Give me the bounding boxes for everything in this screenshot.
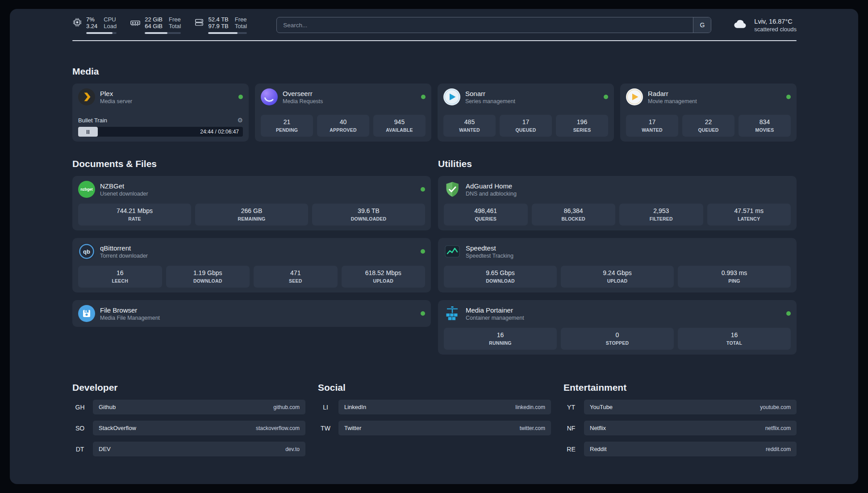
stat-upload: 618.52 Mbps UPLOAD xyxy=(342,266,426,288)
stat-series: 196 SERIES xyxy=(556,115,608,137)
app-subtitle: Series management xyxy=(465,98,515,105)
top-bar: 7% 3.24 CPU Load xyxy=(72,16,797,34)
bookmark-url: youtube.com xyxy=(760,404,791,410)
cpu-icon xyxy=(72,17,82,34)
status-dot xyxy=(238,95,243,99)
app-name: AdGuard Home xyxy=(466,182,517,190)
bookmark-abbr: DT xyxy=(72,446,88,453)
stat-running: 16 RUNNING xyxy=(444,328,557,350)
bookmark-youtube[interactable]: YT YouTube youtube.com xyxy=(563,400,797,414)
app-name: Media Portainer xyxy=(466,306,524,314)
section-title-utilities: Utilities xyxy=(438,159,797,169)
bookmark-twitter[interactable]: TW Twitter twitter.com xyxy=(318,421,551,435)
weather-condition: scattered clouds xyxy=(754,25,797,33)
stat-seed: 471 SEED xyxy=(254,266,338,288)
bookmark-dev[interactable]: DT DEV dev.to xyxy=(72,442,305,456)
bookmark-name: DEV xyxy=(99,446,111,452)
utilities-column: Utilities AdGuard Home DNS and adblockin… xyxy=(438,159,797,355)
disk-metric: 52.4 TB 97.9 TB Free Total xyxy=(194,16,247,34)
card-sonarr[interactable]: Sonarr Series management 485 WANTED 17 Q… xyxy=(438,84,614,142)
app-name: Sonarr xyxy=(465,89,515,98)
bookmark-linkedin[interactable]: LI LinkedIn linkedin.com xyxy=(318,400,551,414)
player-progress-bar[interactable]: 24:44 / 02:06:47 xyxy=(78,127,243,137)
app-name: Speedtest xyxy=(466,244,513,252)
stat-downloaded: 39.6 TB DOWNLOADED xyxy=(312,204,425,226)
bookmark-abbr: SO xyxy=(72,425,88,432)
card-adguard[interactable]: AdGuard Home DNS and adblocking 498,461 … xyxy=(438,176,797,230)
app-subtitle: Usenet downloader xyxy=(100,190,148,197)
status-dot xyxy=(421,187,425,192)
cpu-label-2: Load xyxy=(104,23,117,29)
bookmark-group-social: Social LI LinkedIn linkedin.com TW Twitt… xyxy=(318,382,551,456)
cpu-percent: 7% xyxy=(86,16,97,23)
search-engine-button[interactable]: G xyxy=(693,17,711,33)
bookmark-url: dev.to xyxy=(285,446,300,452)
bookmark-group-developer: Developer GH Github github.com SO StackO… xyxy=(72,382,305,456)
bookmark-name: StackOverflow xyxy=(99,425,136,431)
bookmark-reddit[interactable]: RE Reddit reddit.com xyxy=(563,442,797,456)
app-subtitle: Container management xyxy=(466,314,524,322)
search-input[interactable] xyxy=(277,17,693,33)
app-name: NZBGet xyxy=(100,182,148,190)
section-title-developer: Developer xyxy=(72,382,305,393)
svg-text:qb: qb xyxy=(83,248,90,255)
stat-download: 9.65 Gbps DOWNLOAD xyxy=(444,266,557,288)
bookmark-url: netflix.com xyxy=(765,425,791,431)
stat-total: 16 TOTAL xyxy=(678,328,791,350)
mid-grid: Documents & Files nzbget NZBGet Usenet d… xyxy=(72,159,797,355)
now-playing-title: Bullet Train xyxy=(78,117,107,124)
bookmark-abbr: RE xyxy=(563,446,579,453)
bookmark-url: reddit.com xyxy=(766,446,791,452)
radarr-icon xyxy=(626,88,643,105)
bookmark-abbr: GH xyxy=(72,404,88,411)
cloud-icon xyxy=(731,17,750,33)
app-subtitle: DNS and adblocking xyxy=(466,190,517,197)
bookmark-abbr: YT xyxy=(563,404,579,411)
status-dot xyxy=(421,95,426,99)
ram-icon xyxy=(130,17,141,34)
bookmark-name: LinkedIn xyxy=(344,404,366,410)
section-title-social: Social xyxy=(318,382,551,393)
stat-ping: 0.993 ms PING xyxy=(678,266,791,288)
adguard-icon xyxy=(444,181,461,198)
app-subtitle: Torrent downloader xyxy=(100,252,148,259)
bookmark-name: Github xyxy=(99,404,116,410)
plex-icon xyxy=(78,88,95,105)
disk-free-value: 52.4 TB xyxy=(208,16,228,23)
section-title-documents: Documents & Files xyxy=(72,159,431,169)
ram-label-total: Total xyxy=(169,23,181,29)
cpu-load-value: 3.24 xyxy=(86,23,97,29)
app-subtitle: Media Requests xyxy=(283,98,323,105)
stat-queries: 498,461 QUERIES xyxy=(444,204,528,226)
card-filebrowser[interactable]: File Browser Media File Management xyxy=(72,300,431,327)
app-subtitle: Movie management xyxy=(648,98,697,105)
speedtest-icon xyxy=(444,243,461,260)
media-grid: Plex Media server Bullet Train ⚙ 24:44 /… xyxy=(72,84,797,142)
stat-movies: 834 MOVIES xyxy=(739,115,791,137)
pause-button[interactable] xyxy=(78,127,98,137)
ram-metric: 22 GiB 64 GiB Free Total xyxy=(130,16,181,34)
stat-stopped: 0 STOPPED xyxy=(561,328,674,350)
nzbget-icon: nzbget xyxy=(78,181,95,198)
bookmark-url: github.com xyxy=(273,404,300,410)
card-overseerr[interactable]: Overseerr Media Requests 21 PENDING 40 A… xyxy=(255,84,431,142)
bookmark-netflix[interactable]: NF Netflix netflix.com xyxy=(563,421,797,435)
status-dot xyxy=(786,95,791,99)
card-plex[interactable]: Plex Media server Bullet Train ⚙ 24:44 /… xyxy=(72,84,249,142)
card-portainer[interactable]: Media Portainer Container management 16 … xyxy=(438,300,797,355)
filebrowser-icon xyxy=(78,305,95,322)
bookmark-stackoverflow[interactable]: SO StackOverflow stackoverflow.com xyxy=(72,421,305,435)
stat-latency: 47.571 ms LATENCY xyxy=(707,204,791,226)
bookmark-github[interactable]: GH Github github.com xyxy=(72,400,305,414)
bookmark-abbr: TW xyxy=(318,425,333,432)
app-name: qBittorrent xyxy=(100,244,148,252)
gear-icon[interactable]: ⚙ xyxy=(237,117,243,124)
card-radarr[interactable]: Radarr Movie management 17 WANTED 22 QUE… xyxy=(620,84,797,142)
card-speedtest[interactable]: Speedtest Speedtest Tracking 9.65 Gbps D… xyxy=(438,238,797,292)
status-dot xyxy=(421,311,425,316)
card-qbittorrent[interactable]: qb qBittorrent Torrent downloader 16 xyxy=(72,238,431,292)
bookmark-url: twitter.com xyxy=(520,425,545,431)
card-nzbget[interactable]: nzbget NZBGet Usenet downloader 744.21 M… xyxy=(72,176,431,230)
stat-pending: 21 PENDING xyxy=(261,115,313,137)
stat-queued: 17 QUEUED xyxy=(500,115,552,137)
